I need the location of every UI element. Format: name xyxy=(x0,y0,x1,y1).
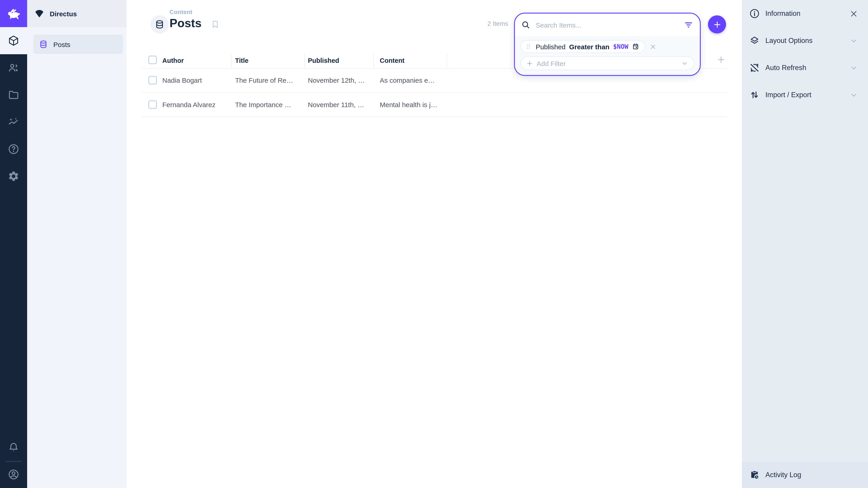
section-label: Auto Refresh xyxy=(765,64,844,72)
items-count: 2 Items xyxy=(487,20,508,27)
content-cube-icon xyxy=(8,35,20,46)
swap-vert-icon xyxy=(749,90,760,100)
filter-chip[interactable]: Published Greater than $NOW xyxy=(520,40,645,53)
close-icon xyxy=(849,9,858,18)
users-icon xyxy=(8,62,20,74)
cell-content: As companies e… xyxy=(380,68,435,93)
add-filter-label: Add Filter xyxy=(537,59,677,67)
plus-icon xyxy=(717,55,725,64)
cell-published: November 12th, … xyxy=(308,68,365,93)
cell-content: Mental health is j… xyxy=(380,93,437,117)
chevron-down-icon xyxy=(681,59,688,67)
filter-value[interactable]: $NOW xyxy=(613,43,628,50)
add-field-button[interactable] xyxy=(717,55,725,64)
module-content[interactable] xyxy=(0,27,27,54)
column-header-author[interactable]: Author xyxy=(162,54,184,67)
column-divider[interactable] xyxy=(304,54,305,67)
cell-published: November 11th, … xyxy=(308,93,364,117)
filter-icon[interactable] xyxy=(684,20,693,30)
notifications-button[interactable] xyxy=(0,434,27,461)
project-status-icon xyxy=(34,8,44,19)
bookmark-outline-icon xyxy=(211,20,220,29)
column-divider[interactable] xyxy=(373,54,374,67)
chevron-down-icon xyxy=(849,36,858,45)
calendar-icon[interactable] xyxy=(632,43,639,50)
remove-filter-button[interactable] xyxy=(650,43,656,50)
filter-field[interactable]: Published xyxy=(536,43,565,51)
user-menu-button[interactable] xyxy=(0,461,27,488)
database-icon xyxy=(155,20,164,29)
collection-icon-button[interactable] xyxy=(151,15,168,33)
layers-icon xyxy=(749,35,760,46)
create-item-button[interactable] xyxy=(708,15,726,33)
bookmark-icon[interactable] xyxy=(211,20,220,29)
clipboard-clock-icon xyxy=(749,469,760,480)
rabbit-logo-icon xyxy=(5,5,22,22)
page-title: Posts xyxy=(169,16,202,30)
module-bar xyxy=(0,0,27,488)
section-label: Information xyxy=(765,9,844,18)
chevron-down-icon xyxy=(849,64,858,72)
user-avatar-icon xyxy=(8,468,20,480)
sidebar-section-auto-refresh[interactable]: Auto Refresh xyxy=(742,54,868,81)
column-header-content[interactable]: Content xyxy=(380,54,405,67)
search-bar xyxy=(515,13,700,36)
column-divider[interactable] xyxy=(231,54,231,67)
activity-log-label: Activity Log xyxy=(765,471,801,479)
sidebar-section-import-export[interactable]: Import / Export xyxy=(742,81,868,108)
folder-icon xyxy=(8,89,20,101)
main-content: Content Posts 2 Items Author Title Publi… xyxy=(127,0,742,488)
search-input[interactable] xyxy=(535,21,679,29)
bell-icon xyxy=(8,442,20,453)
breadcrumb[interactable]: Content xyxy=(169,8,192,15)
project-header[interactable]: Directus xyxy=(27,0,127,27)
column-header-title[interactable]: Title xyxy=(235,54,248,67)
sidebar-section-layout-options[interactable]: Layout Options xyxy=(742,27,868,54)
sidebar-section-information[interactable]: Information xyxy=(742,0,868,27)
sidebar-item-posts[interactable]: Posts xyxy=(33,35,123,54)
drag-handle-icon[interactable] xyxy=(525,43,532,50)
directus-logo[interactable] xyxy=(0,0,27,27)
module-insights[interactable] xyxy=(0,108,27,135)
row-checkbox[interactable] xyxy=(148,76,157,85)
module-files[interactable] xyxy=(0,81,27,108)
info-icon xyxy=(749,8,760,19)
row-checkbox[interactable] xyxy=(148,100,157,109)
nav-sidebar: Directus Posts xyxy=(27,0,127,488)
add-filter-button[interactable]: Add Filter xyxy=(520,57,694,70)
database-icon xyxy=(39,40,48,49)
plus-icon xyxy=(526,60,533,67)
section-label: Layout Options xyxy=(765,37,844,45)
right-sidebar: Information Layout Options Auto Refresh … xyxy=(742,0,868,488)
gear-icon xyxy=(8,170,20,182)
directus-app: Directus Posts Content Posts 2 Items Aut… xyxy=(0,0,868,488)
module-users[interactable] xyxy=(0,54,27,81)
column-divider[interactable] xyxy=(447,54,447,67)
filter-operator[interactable]: Greater than xyxy=(569,43,610,51)
filter-panel-body: Published Greater than $NOW Add Filter xyxy=(515,36,700,75)
cell-author: Fernanda Alvarez xyxy=(162,93,215,117)
module-help[interactable] xyxy=(0,135,27,163)
section-label: Import / Export xyxy=(765,91,844,99)
insights-icon xyxy=(8,116,20,128)
close-icon xyxy=(650,43,656,50)
project-name: Directus xyxy=(50,10,77,18)
sync-disabled-icon xyxy=(749,62,760,73)
chevron-down-icon xyxy=(849,91,858,99)
nav-item-label: Posts xyxy=(53,40,70,48)
cell-author: Nadia Bogart xyxy=(162,68,202,93)
plus-icon xyxy=(713,20,721,29)
cell-title: The Importance … xyxy=(235,93,291,117)
column-header-published[interactable]: Published xyxy=(308,54,339,67)
select-all-checkbox[interactable] xyxy=(148,56,157,64)
search-filter-panel: Published Greater than $NOW Add Filter xyxy=(514,13,701,76)
module-settings[interactable] xyxy=(0,163,27,190)
help-icon xyxy=(8,143,20,155)
search-icon xyxy=(521,20,530,29)
activity-log-button[interactable]: Activity Log xyxy=(742,462,868,488)
table-row[interactable]: Fernanda Alvarez The Importance … Novemb… xyxy=(142,93,727,117)
cell-title: The Future of Re… xyxy=(235,68,293,93)
close-sidebar-button[interactable] xyxy=(849,9,858,18)
